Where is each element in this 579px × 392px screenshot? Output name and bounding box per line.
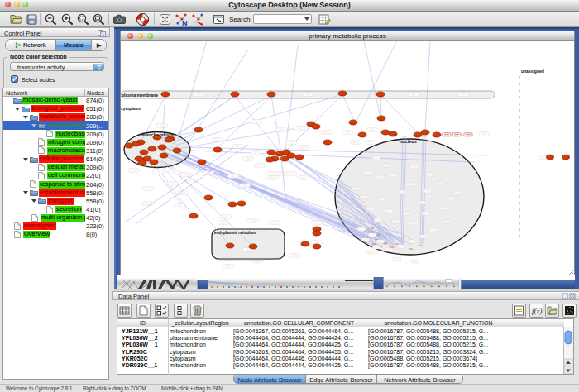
svg-text:f(x): f(x) bbox=[532, 307, 543, 315]
svg-text:unassigned: unassigned bbox=[521, 69, 544, 74]
svg-text:mitochondrion: mitochondrion bbox=[141, 132, 174, 137]
svg-text:plasma membrane: plasma membrane bbox=[122, 93, 158, 98]
svg-text:N: N bbox=[182, 19, 188, 26]
svg-text:nucleus: nucleus bbox=[400, 139, 417, 144]
svg-text:endoplasmic reticulum: endoplasmic reticulum bbox=[214, 231, 256, 235]
svg-text:cytoplasm: cytoplasm bbox=[121, 106, 141, 111]
